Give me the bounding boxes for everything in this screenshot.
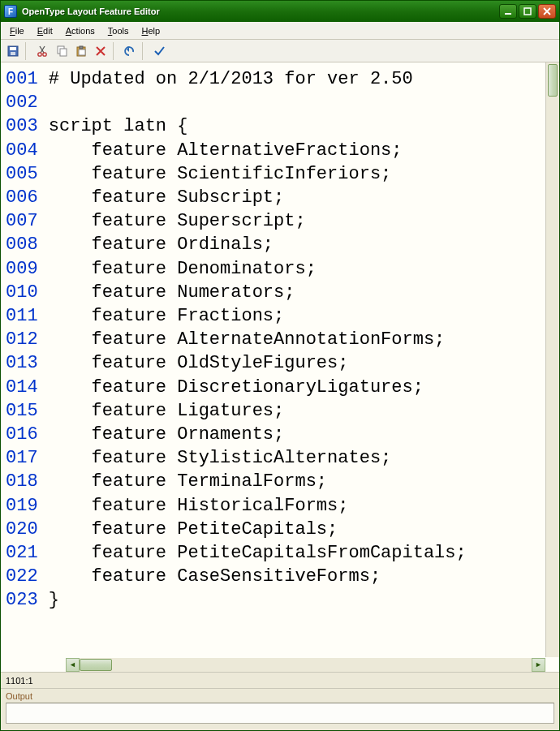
code-line[interactable]: 020 feature PetiteCapitals; — [6, 518, 556, 541]
horizontal-scrollbar[interactable]: ◄ ► — [66, 658, 545, 672]
scrollbar-thumb[interactable] — [80, 659, 112, 671]
code-line[interactable]: 019 feature HistoricalForms; — [6, 494, 556, 518]
line-number: 007 — [6, 211, 38, 231]
line-text: feature Subscript; — [38, 187, 285, 208]
code-line[interactable]: 003 script latn { — [6, 114, 556, 138]
code-line[interactable]: 005 feature ScientificInferiors; — [6, 162, 556, 186]
line-number: 020 — [6, 519, 38, 540]
svg-rect-3 — [10, 47, 16, 50]
code-line[interactable]: 007 feature Superscript; — [6, 209, 556, 233]
line-text: feature AlternateAnnotationForms; — [38, 329, 446, 350]
app-icon: F — [4, 5, 17, 18]
menubar: File Edit Actions Tools Help — [1, 22, 559, 40]
line-number: 021 — [6, 543, 38, 563]
vertical-scrollbar[interactable] — [545, 62, 559, 657]
undo-button[interactable] — [121, 42, 139, 60]
code-line[interactable]: 021 feature PetiteCapitalsFromCapitals; — [6, 541, 556, 565]
code-line[interactable]: 016 feature Ornaments; — [6, 423, 556, 446]
line-text: feature Numerators; — [38, 282, 295, 303]
menu-edit[interactable]: Edit — [32, 24, 58, 37]
line-text: feature Denominators; — [38, 259, 317, 279]
code-line[interactable]: 014 feature DiscretionaryLigatures; — [6, 376, 556, 399]
code-line[interactable]: 002 — [6, 91, 556, 114]
code-line[interactable]: 008 feature Ordinals; — [6, 233, 556, 256]
close-button[interactable] — [538, 4, 556, 19]
code-line[interactable]: 009 feature Denominators; — [6, 257, 556, 281]
titlebar[interactable]: F OpenType Layout Feature Editor — [1, 1, 559, 22]
line-number: 017 — [6, 448, 38, 468]
line-text: feature Ordinals; — [38, 234, 274, 255]
line-number: 019 — [6, 496, 38, 516]
code-line[interactable]: 001 # Updated on 2/1/2013 for ver 2.50 — [6, 67, 556, 91]
menu-file[interactable]: File — [4, 24, 30, 37]
code-line[interactable]: 018 feature TerminalForms; — [6, 470, 556, 493]
code-line[interactable]: 011 feature Fractions; — [6, 304, 556, 328]
code-line[interactable]: 012 feature AlternateAnnotationForms; — [6, 328, 556, 351]
line-number: 016 — [6, 424, 38, 445]
code-line[interactable]: 004 feature AlternativeFractions; — [6, 139, 556, 162]
line-number: 005 — [6, 164, 38, 184]
menu-actions[interactable]: Actions — [60, 24, 101, 37]
minimize-icon — [504, 7, 512, 15]
line-number: 023 — [6, 590, 38, 610]
scrollbar-thumb[interactable] — [548, 64, 558, 97]
cut-button[interactable] — [33, 42, 51, 60]
line-number: 003 — [6, 116, 38, 136]
code-line[interactable]: 015 feature Ligatures; — [6, 399, 556, 423]
code-line[interactable]: 022 feature CaseSensitiveForms; — [6, 565, 556, 588]
copy-icon — [55, 45, 68, 58]
line-number: 004 — [6, 140, 38, 161]
line-text: feature CaseSensitiveForms; — [38, 566, 381, 587]
svg-rect-4 — [11, 52, 15, 55]
line-text: feature HistoricalForms; — [38, 496, 349, 516]
scroll-right-button[interactable]: ► — [532, 658, 545, 672]
copy-button[interactable] — [53, 42, 71, 60]
line-number: 010 — [6, 282, 38, 303]
minimize-button[interactable] — [499, 4, 517, 19]
maximize-button[interactable] — [519, 4, 536, 19]
line-number: 022 — [6, 566, 38, 587]
line-text: feature Fractions; — [38, 306, 285, 326]
output-panel: Output — [1, 688, 559, 730]
line-text: script latn { — [38, 116, 188, 136]
line-text: feature PetiteCapitalsFromCapitals; — [38, 543, 467, 563]
line-number: 014 — [6, 377, 38, 398]
maximize-icon — [523, 7, 532, 15]
undo-icon — [123, 45, 136, 58]
svg-rect-8 — [60, 49, 67, 56]
code-line[interactable]: 010 feature Numerators; — [6, 281, 556, 304]
code-line[interactable]: 013 feature OldStyleFigures; — [6, 351, 556, 375]
output-label: Output — [6, 691, 554, 701]
delete-icon — [94, 45, 107, 58]
line-number: 006 — [6, 187, 38, 208]
line-text: feature AlternativeFractions; — [38, 140, 403, 161]
cursor-position: 1101:1 — [6, 676, 33, 686]
code-line[interactable]: 023 } — [6, 588, 556, 612]
check-button[interactable] — [150, 42, 168, 60]
menu-tools[interactable]: Tools — [102, 24, 135, 37]
paste-button[interactable] — [72, 42, 90, 60]
output-textbox[interactable] — [6, 703, 554, 724]
line-number: 012 — [6, 329, 38, 350]
window-title: OpenType Layout Feature Editor — [22, 6, 499, 16]
svg-rect-11 — [79, 49, 85, 55]
line-text: feature ScientificInferiors; — [38, 164, 392, 184]
save-button[interactable] — [4, 42, 22, 60]
toolbar — [1, 40, 559, 62]
line-number: 018 — [6, 471, 38, 492]
code-line[interactable]: 006 feature Subscript; — [6, 186, 556, 209]
delete-button[interactable] — [92, 42, 110, 60]
svg-rect-10 — [80, 46, 83, 49]
code-line[interactable]: 017 feature StylisticAlternates; — [6, 446, 556, 470]
line-text: feature StylisticAlternates; — [38, 448, 392, 468]
statusbar: 1101:1 — [1, 672, 559, 688]
line-number: 009 — [6, 259, 38, 279]
code-editor[interactable]: 001 # Updated on 2/1/2013 for ver 2.5000… — [1, 62, 559, 657]
app-window: F OpenType Layout Feature Editor File Ed… — [0, 0, 560, 731]
menu-help[interactable]: Help — [136, 24, 166, 37]
scroll-left-button[interactable]: ◄ — [66, 658, 80, 672]
cut-icon — [36, 45, 49, 58]
check-icon — [153, 45, 166, 58]
line-text: feature Superscript; — [38, 211, 306, 231]
line-number: 008 — [6, 234, 38, 255]
